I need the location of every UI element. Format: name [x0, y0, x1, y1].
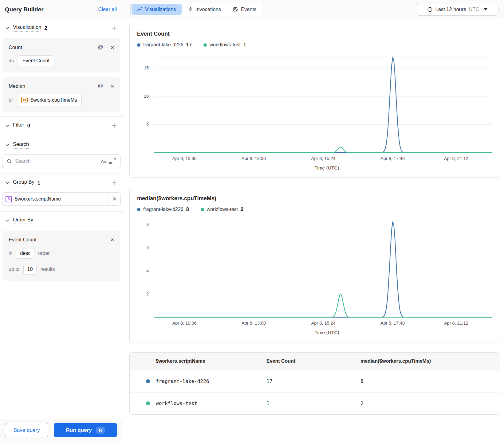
search-box: Aa *: [2, 154, 121, 168]
line-chart-svg[interactable]: [154, 220, 492, 318]
of-label: of: [9, 97, 13, 103]
main-area: Visualizations Invocations Events Last 1…: [123, 0, 504, 441]
legend-value: 17: [186, 42, 192, 48]
series-dot-blue: [137, 208, 140, 211]
filter-count: 0: [27, 123, 30, 129]
group-by-field-select[interactable]: S $workers.scriptName: [2, 193, 108, 205]
in-label: in: [9, 251, 12, 256]
chart-plot-area: 2468 Apr 8, 10:36Apr 8, 13:00Apr 8, 15:2…: [130, 220, 500, 326]
save-query-button[interactable]: Save query: [5, 423, 48, 437]
time-zone-label: UTC: [469, 6, 479, 12]
section-visualization-header[interactable]: Visualization 2: [0, 21, 123, 35]
section-search-label: Search: [13, 141, 29, 149]
line-chart-svg[interactable]: [154, 56, 492, 153]
up-to-label: up to: [9, 267, 20, 272]
divider: [0, 116, 123, 117]
legend-item[interactable]: workflows-test 1: [203, 42, 246, 48]
table-row[interactable]: workflows-test 1 2: [130, 392, 500, 414]
visualization-card-count: Count @ ✕ as Event Count: [2, 38, 120, 72]
add-visualization-button[interactable]: [111, 25, 117, 31]
clear-all-button[interactable]: Clear all: [98, 6, 117, 12]
tab-visualizations[interactable]: Visualizations: [132, 4, 182, 15]
median-field-select[interactable]: N $workers.cpuTimeMs: [17, 94, 81, 106]
legend-item[interactable]: fragrant-lake-d226 8: [137, 207, 189, 212]
remove-order-by-icon[interactable]: ✕: [110, 237, 114, 242]
visualization-card-title: Count: [9, 45, 22, 50]
tab-label: Events: [241, 6, 256, 12]
sidebar-footer: Save query Run query R: [0, 419, 123, 441]
section-search-header[interactable]: Search: [0, 138, 123, 152]
result-limit-input[interactable]: 10: [23, 264, 37, 275]
page-title: Query Builder: [5, 6, 44, 13]
trend-line-icon: [137, 7, 142, 12]
query-builder-sidebar: Query Builder Clear all Visualization 2 …: [0, 0, 123, 441]
plus-icon: [111, 123, 117, 129]
add-group-by-button[interactable]: [111, 179, 117, 186]
tab-events[interactable]: Events: [227, 4, 262, 15]
remove-visualization-icon[interactable]: ✕: [110, 45, 114, 50]
tab-invocations[interactable]: Invocations: [183, 4, 226, 15]
column-event-count: Event Count: [266, 358, 360, 364]
series-dot-blue: [146, 379, 150, 383]
tab-label: Visualizations: [145, 6, 176, 12]
time-range-dropdown[interactable]: Last 12 hours UTC: [416, 3, 498, 16]
search-input[interactable]: [15, 158, 98, 164]
legend-item[interactable]: fragrant-lake-d226 17: [137, 42, 192, 48]
string-type-icon: S: [6, 196, 12, 202]
event-count-cell: 17: [266, 378, 360, 384]
divider: [0, 211, 123, 212]
search-icon: [7, 159, 12, 164]
plus-icon: [111, 25, 117, 31]
run-query-button[interactable]: Run query R: [54, 423, 117, 437]
order-label: order: [38, 251, 49, 256]
x-axis-title: Time (UTC): [130, 330, 500, 335]
add-filter-button[interactable]: [111, 122, 117, 129]
match-case-icon[interactable]: Aa: [101, 159, 106, 164]
median-field-value: $workers.cpuTimeMs: [30, 97, 77, 103]
alias-at-icon[interactable]: @: [98, 83, 103, 89]
alias-at-icon[interactable]: @: [98, 44, 103, 50]
regex-icon[interactable]: *: [109, 158, 116, 164]
event-count-cell: 1: [266, 400, 360, 406]
table-row[interactable]: fragrant-lake-d226 17 8: [130, 370, 500, 392]
visualization-card-median: Median @ ✕ of N $workers.cpuTimeMs: [2, 77, 120, 112]
legend-name: workflows-test: [207, 207, 238, 212]
chevron-down-icon: [5, 25, 10, 30]
legend-item[interactable]: workflows-test 2: [201, 207, 243, 212]
chevron-down-icon: [5, 142, 10, 147]
number-type-icon: N: [21, 97, 28, 103]
section-group-by-header[interactable]: Group By 1: [0, 176, 123, 190]
clock-icon: [427, 7, 433, 12]
view-tabs: Visualizations Invocations Events: [130, 3, 263, 16]
chart-legend: fragrant-lake-d226 8 workflows-test 2: [130, 207, 500, 212]
group-by-count: 1: [37, 180, 40, 186]
remove-group-by-button[interactable]: ✕: [108, 193, 120, 205]
chevron-down-icon: [5, 218, 10, 223]
chart-plot-area: 51015 Apr 8, 10:36Apr 8, 13:00Apr 8, 15:…: [130, 56, 500, 162]
chart-title: median($workers.cpuTimeMs): [130, 195, 500, 202]
visualization-card-title: Median: [9, 83, 25, 89]
sidebar-body: Visualization 2 Count @ ✕ as Event Count…: [0, 19, 123, 419]
section-order-by-header[interactable]: Order By: [0, 213, 123, 228]
visualization-alias-input[interactable]: Event Count: [18, 55, 54, 66]
sidebar-header: Query Builder Clear all: [0, 0, 123, 19]
order-direction-select[interactable]: desc: [16, 248, 34, 259]
remove-visualization-icon[interactable]: ✕: [110, 84, 114, 88]
legend-name: fragrant-lake-d226: [143, 207, 183, 212]
median-cell: 8: [360, 378, 500, 384]
legend-name: workflows-test: [210, 42, 241, 48]
series-dot-blue: [137, 43, 140, 47]
series-dot-green: [203, 43, 207, 47]
section-filter-label: Filter: [13, 122, 24, 129]
section-filter-header[interactable]: Filter 0: [0, 119, 123, 133]
chart-title: Event Count: [130, 31, 500, 37]
order-by-field: Event Count: [9, 237, 37, 243]
as-label: as: [9, 58, 14, 64]
series-dot-green: [201, 208, 204, 211]
chart-legend: fragrant-lake-d226 17 workflows-test 1: [130, 42, 500, 48]
event-count-chart-card: Event Count fragrant-lake-d226 17 workfl…: [129, 23, 500, 178]
table-header-row: $workers.scriptName Event Count median($…: [130, 353, 500, 370]
divider: [0, 174, 123, 174]
results-label: results: [40, 267, 55, 272]
series-dot-green: [146, 401, 150, 405]
